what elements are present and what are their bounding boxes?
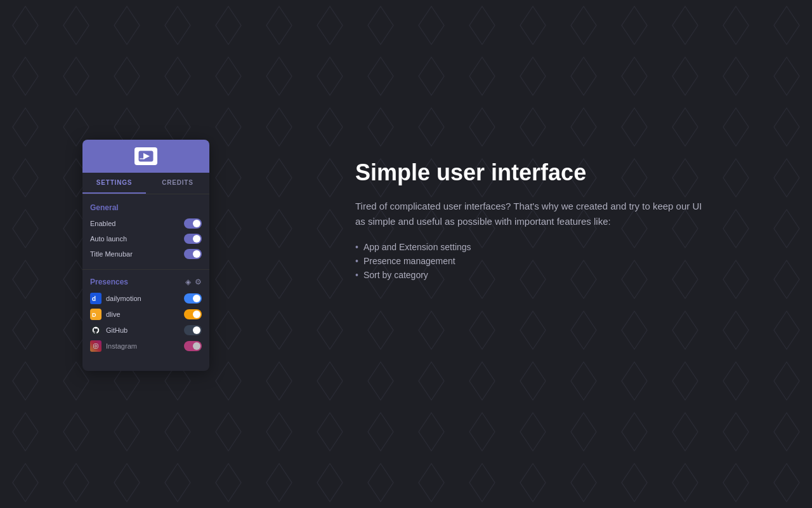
dlive-name: dlive: [106, 311, 121, 318]
main-container: SETTINGS CREDITS General Enabled Auto la…: [0, 0, 812, 508]
dlive-icon: D: [90, 309, 102, 320]
instagram-icon: [90, 340, 102, 352]
feature-item-3: Sort by category: [355, 270, 710, 280]
presence-instagram-info: Instagram: [90, 340, 137, 352]
presence-dlive-info: D dlive: [90, 309, 121, 320]
feature-list: App and Extension settings Presence mana…: [355, 242, 710, 280]
dailymotion-name: dailymotion: [106, 295, 141, 302]
setting-autolaunch-label: Auto launch: [90, 235, 127, 243]
svg-rect-3: [140, 158, 145, 159]
setting-titlemenubar-label: Title Menubar: [90, 250, 133, 258]
svg-text:D: D: [92, 312, 96, 318]
svg-text:d: d: [92, 295, 96, 302]
presence-dailymotion: d dailymotion: [90, 293, 202, 304]
tab-settings[interactable]: SETTINGS: [82, 173, 146, 194]
app-header: [82, 140, 209, 173]
feature-item-1: App and Extension settings: [355, 242, 710, 252]
presence-github: GitHub: [90, 324, 202, 336]
presence-dlive: D dlive: [90, 309, 202, 320]
presences-section: Presences ◈ ⚙ d dailymotion: [90, 277, 202, 352]
presence-dailymotion-info: d dailymotion: [90, 293, 141, 304]
svg-rect-6: [94, 344, 98, 349]
general-section: General Enabled Auto launch Title Menuba…: [90, 203, 202, 259]
panel-content: General Enabled Auto launch Title Menuba…: [82, 194, 209, 371]
toggle-autolaunch[interactable]: [184, 234, 202, 244]
toggle-dlive[interactable]: [184, 309, 202, 319]
feature-item-2: Presence management: [355, 256, 710, 266]
tag-icon[interactable]: ◈: [185, 277, 191, 286]
svg-point-7: [95, 345, 97, 347]
gear-icon[interactable]: ⚙: [195, 277, 202, 286]
presence-instagram: Instagram: [90, 340, 202, 352]
app-logo: [134, 147, 157, 165]
toggle-github[interactable]: [184, 325, 202, 335]
instagram-name: Instagram: [106, 342, 137, 350]
toggle-enabled[interactable]: [184, 218, 202, 229]
tab-credits[interactable]: CREDITS: [146, 173, 209, 194]
content-area: Simple user interface Tired of complicat…: [355, 140, 710, 284]
presences-section-title: Presences: [90, 277, 128, 286]
dailymotion-icon: d: [90, 293, 102, 304]
presences-header: Presences ◈ ⚙: [90, 277, 202, 286]
toggle-titlemenubar[interactable]: [184, 249, 202, 259]
general-section-title: General: [90, 203, 202, 212]
toggle-dailymotion[interactable]: [184, 293, 202, 304]
github-name: GitHub: [106, 326, 128, 334]
divider: [82, 269, 209, 270]
presence-github-info: GitHub: [90, 324, 128, 336]
setting-titlemenubar: Title Menubar: [90, 249, 202, 259]
content-description: Tired of complicated user interfaces? Th…: [355, 199, 710, 229]
tab-bar: SETTINGS CREDITS: [82, 173, 209, 194]
presences-actions: ◈ ⚙: [185, 277, 202, 286]
setting-enabled-label: Enabled: [90, 220, 115, 227]
content-title: Simple user interface: [355, 159, 710, 186]
setting-enabled: Enabled: [90, 218, 202, 229]
github-icon: [90, 324, 102, 336]
toggle-instagram[interactable]: [184, 341, 202, 351]
setting-autolaunch: Auto launch: [90, 234, 202, 244]
app-panel: SETTINGS CREDITS General Enabled Auto la…: [82, 140, 209, 371]
